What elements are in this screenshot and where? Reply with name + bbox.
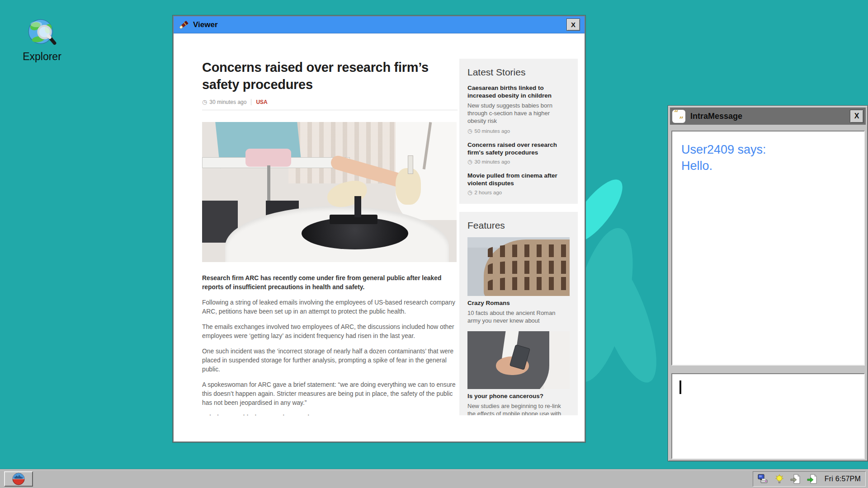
story-time: ◷ 2 hours ago: [467, 189, 570, 196]
explorer-globe-magnifier-icon: [27, 18, 57, 48]
clock-icon: ◷: [467, 128, 472, 134]
desktop-icon-label: Explorer: [15, 51, 69, 63]
article-viewport: Concerns raised over research firm’s saf…: [174, 33, 585, 415]
clock-icon: ◷: [202, 99, 207, 105]
story-headline: Caesarean births linked to increased obe…: [467, 84, 570, 99]
next-article-heading: Britain’s steel industry: What’s going w…: [202, 414, 458, 415]
text-caret: [679, 380, 681, 394]
feature-headline: Crazy Romans: [467, 299, 570, 307]
features-title: Features: [467, 220, 570, 231]
feature-photo-phone: [467, 331, 570, 389]
story-headline: Concerns raised over research firm's saf…: [467, 141, 570, 156]
story-time: ◷ 30 minutes ago: [467, 159, 570, 165]
intramessage-window: “ ” IntraMessage X User2409 says: Hello.: [668, 105, 868, 461]
story-link[interactable]: Movie pulled from cinema after violent d…: [467, 172, 570, 196]
article-paragraph: Following a string of leaked emails invo…: [202, 298, 458, 316]
start-logo-icon: [12, 472, 25, 486]
viewer-content: Concerns raised over research firm’s saf…: [174, 33, 585, 441]
story-summary: New study suggests babies born through c…: [467, 102, 570, 125]
intramessage-window-title: IntraMessage: [690, 112, 742, 121]
story-timestamp: 30 minutes ago: [474, 159, 510, 164]
story-timestamp: 2 hours ago: [474, 190, 502, 195]
file-transfer-out-icon[interactable]: [807, 474, 818, 484]
article-category-tag: USA: [251, 99, 267, 105]
latest-stories-panel: Latest Stories Caesarean births linked t…: [459, 59, 578, 204]
system-tray: Fri 6:57PM: [753, 471, 866, 487]
photo-shape: [488, 261, 570, 274]
article-meta: ◷ 30 minutes ago USA: [202, 99, 458, 105]
features-panel: Features Crazy Romans 10 facts about the: [459, 212, 578, 415]
photo-shape: [354, 196, 361, 217]
article-timestamp: 30 minutes ago: [209, 99, 246, 105]
article-paragraph: One such incident was the ‘incorrect sto…: [202, 347, 458, 374]
message-text: Hello.: [681, 158, 855, 174]
article-sidebar: Latest Stories Caesarean births linked t…: [459, 59, 578, 415]
story-link[interactable]: Caesarean births linked to increased obe…: [467, 84, 570, 134]
feature-summary: New studies are beginning to re-link the…: [467, 402, 570, 415]
viewer-titlebar[interactable]: Viewer X: [174, 16, 585, 33]
computer-printer-status-icon[interactable]: [758, 474, 769, 484]
clock-icon: ◷: [467, 189, 472, 196]
telescope-app-icon: [178, 19, 189, 30]
feature-headline: Is your phone cancerous?: [467, 392, 570, 400]
viewer-close-button[interactable]: X: [566, 19, 580, 31]
photo-shape: [408, 155, 413, 174]
photo-shape: [488, 277, 570, 290]
article-main-column: Concerns raised over research firm’s saf…: [202, 33, 458, 415]
taskbar: Fri 6:57PM: [0, 469, 868, 488]
file-transfer-in-icon[interactable]: [790, 474, 801, 484]
latest-stories-title: Latest Stories: [467, 67, 570, 78]
story-headline: Movie pulled from cinema after violent d…: [467, 172, 570, 187]
feature-link[interactable]: Crazy Romans 10 facts about the ancient …: [467, 237, 570, 324]
article-headline: Concerns raised over research firm’s saf…: [202, 59, 439, 93]
story-link[interactable]: Concerns raised over research firm's saf…: [467, 141, 570, 165]
desktop: Explorer Viewer X Concerns raised over: [0, 0, 868, 488]
message-history-pane: User2409 says: Hello.: [671, 131, 865, 366]
feature-link[interactable]: Is your phone cancerous? New studies are…: [467, 331, 570, 415]
viewer-window-title: Viewer: [193, 20, 218, 29]
intramessage-titlebar[interactable]: “ ” IntraMessage X: [670, 108, 866, 125]
divider: [202, 110, 458, 110]
open-quote-glyph: “: [674, 108, 679, 117]
photo-shape: [245, 149, 291, 167]
lightbulb-tip-icon[interactable]: [774, 474, 784, 484]
story-timestamp: 50 minutes ago: [474, 128, 510, 134]
clock-icon: ◷: [467, 159, 472, 165]
desktop-icon-explorer[interactable]: Explorer: [15, 18, 69, 63]
quotes-app-icon: “ ”: [672, 110, 685, 123]
photo-shape: [488, 244, 570, 258]
message-sender-line: User2409 says:: [681, 141, 855, 158]
article-paragraph: A spokeswoman for ARC gave a brief state…: [202, 380, 458, 408]
close-quote-glyph: ”: [679, 115, 684, 124]
start-button[interactable]: [4, 471, 33, 487]
article-lead-paragraph: Research firm ARC has recently come unde…: [202, 274, 458, 292]
feature-photo-colosseum: [467, 237, 570, 296]
article-photo-lab: [202, 122, 457, 262]
intramessage-close-button[interactable]: X: [850, 110, 863, 123]
photo-shape: [330, 215, 378, 225]
taskbar-clock: Fri 6:57PM: [825, 475, 861, 483]
message-input-field[interactable]: [671, 373, 865, 459]
feature-summary: 10 facts about the ancient Roman army yo…: [467, 309, 570, 324]
article-paragraph: The emails exchanges involved two employ…: [202, 323, 458, 341]
story-time: ◷ 50 minutes ago: [467, 128, 570, 134]
viewer-window: Viewer X Concerns raised over research f…: [173, 15, 585, 442]
